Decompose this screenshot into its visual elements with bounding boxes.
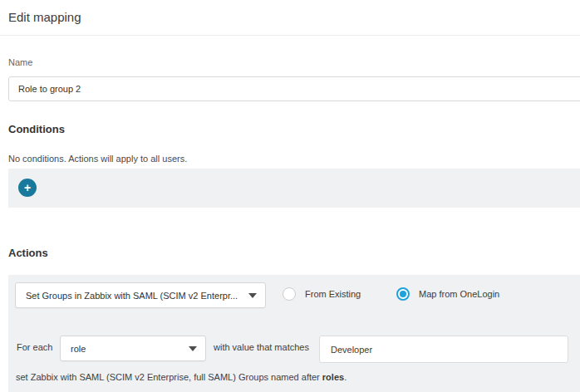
plus-icon: + bbox=[24, 182, 31, 194]
page-title: Edit mapping bbox=[8, 8, 81, 27]
summary-bold: roles bbox=[322, 372, 344, 382]
chevron-down-icon bbox=[248, 293, 257, 298]
chevron-down-icon bbox=[189, 346, 197, 351]
add-condition-button[interactable]: + bbox=[18, 179, 37, 197]
action-type-select[interactable]: Set Groups in Zabbix with SAML (SCIM v2 … bbox=[15, 282, 266, 308]
radio-from-existing-label: From Existing bbox=[305, 289, 361, 299]
match-value-input[interactable] bbox=[319, 336, 568, 363]
name-label: Name bbox=[8, 57, 32, 67]
radio-unselected-icon bbox=[283, 287, 296, 301]
attribute-select[interactable]: role bbox=[60, 336, 206, 361]
attribute-select-value: role bbox=[71, 344, 86, 354]
summary-text-before: set Zabbix with SAML (SCIM v2 Enterprise… bbox=[16, 372, 322, 382]
matches-label: with value that matches bbox=[214, 342, 309, 352]
radio-map-from-onelogin[interactable]: Map from OneLogin bbox=[396, 287, 499, 301]
actions-panel: Set Groups in Zabbix with SAML (SCIM v2 … bbox=[8, 275, 580, 392]
conditions-toolbar: + bbox=[8, 169, 580, 208]
edit-mapping-dialog: Edit mapping Name Conditions No conditio… bbox=[0, 0, 580, 392]
action-type-select-value: Set Groups in Zabbix with SAML (SCIM v2 … bbox=[26, 291, 238, 301]
actions-heading: Actions bbox=[8, 247, 48, 259]
conditions-empty-text: No conditions. Actions will apply to all… bbox=[8, 154, 187, 164]
radio-map-from-onelogin-label: Map from OneLogin bbox=[419, 289, 499, 299]
mapping-name-input[interactable] bbox=[8, 76, 580, 101]
summary-text-after: . bbox=[344, 372, 347, 382]
conditions-heading: Conditions bbox=[8, 123, 65, 135]
action-summary: set Zabbix with SAML (SCIM v2 Enterprise… bbox=[16, 372, 347, 382]
header-divider bbox=[0, 35, 580, 36]
radio-from-existing[interactable]: From Existing bbox=[283, 287, 361, 301]
for-each-label: For each bbox=[17, 342, 52, 352]
radio-selected-icon bbox=[396, 287, 410, 301]
